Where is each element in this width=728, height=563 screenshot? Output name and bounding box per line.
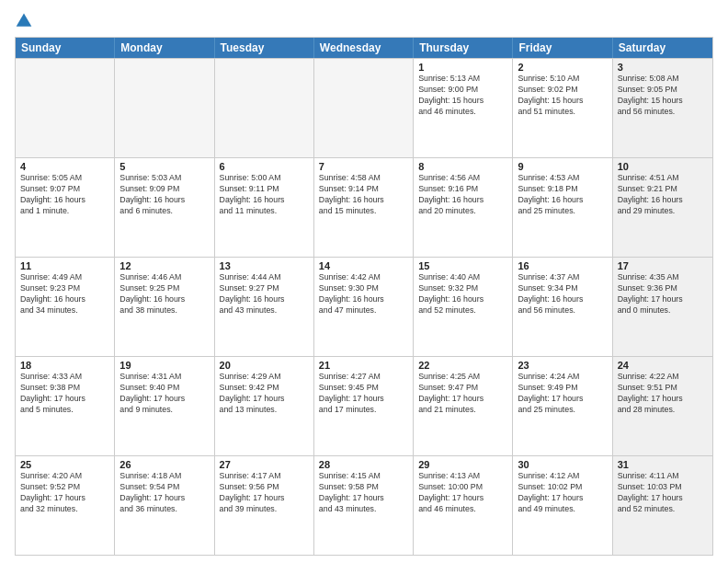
day-number: 15 <box>418 260 507 271</box>
cal-cell-1-3: 7Sunrise: 4:58 AM Sunset: 9:14 PM Daylig… <box>314 158 414 257</box>
cell-detail: Sunrise: 5:13 AM Sunset: 9:00 PM Dayligh… <box>418 74 507 118</box>
cal-cell-0-5: 2Sunrise: 5:10 AM Sunset: 9:02 PM Daylig… <box>513 59 612 157</box>
day-number: 16 <box>518 260 607 271</box>
day-number: 1 <box>418 62 507 73</box>
cal-cell-2-0: 11Sunrise: 4:49 AM Sunset: 9:23 PM Dayli… <box>16 258 115 356</box>
cal-cell-1-0: 4Sunrise: 5:05 AM Sunset: 9:07 PM Daylig… <box>16 158 115 257</box>
cal-cell-2-5: 16Sunrise: 4:37 AM Sunset: 9:34 PM Dayli… <box>513 258 612 356</box>
header-cell-monday: Monday <box>115 38 214 58</box>
cal-cell-4-6: 31Sunrise: 4:11 AM Sunset: 10:03 PM Dayl… <box>613 456 712 555</box>
day-number: 13 <box>220 260 309 271</box>
cell-detail: Sunrise: 4:13 AM Sunset: 10:00 PM Daylig… <box>418 471 507 515</box>
cell-detail: Sunrise: 4:11 AM Sunset: 10:03 PM Daylig… <box>618 471 708 515</box>
calendar: SundayMondayTuesdayWednesdayThursdayFrid… <box>15 37 713 556</box>
day-number: 21 <box>319 360 408 371</box>
day-number: 23 <box>518 360 607 371</box>
cell-detail: Sunrise: 4:46 AM Sunset: 9:25 PM Dayligh… <box>119 272 209 316</box>
cell-detail: Sunrise: 5:05 AM Sunset: 9:07 PM Dayligh… <box>20 173 109 217</box>
header <box>15 11 713 29</box>
cal-cell-0-1 <box>115 59 214 157</box>
cal-cell-0-0 <box>16 59 115 157</box>
day-number: 8 <box>418 161 507 172</box>
header-cell-thursday: Thursday <box>414 38 513 58</box>
cell-detail: Sunrise: 4:44 AM Sunset: 9:27 PM Dayligh… <box>220 272 309 316</box>
cell-detail: Sunrise: 4:25 AM Sunset: 9:47 PM Dayligh… <box>418 372 507 416</box>
day-number: 11 <box>20 260 109 271</box>
cal-cell-1-2: 6Sunrise: 5:00 AM Sunset: 9:11 PM Daylig… <box>215 158 314 257</box>
cell-detail: Sunrise: 4:51 AM Sunset: 9:21 PM Dayligh… <box>618 173 708 217</box>
day-number: 26 <box>119 459 209 470</box>
cal-cell-0-4: 1Sunrise: 5:13 AM Sunset: 9:00 PM Daylig… <box>414 59 513 157</box>
cal-cell-4-5: 30Sunrise: 4:12 AM Sunset: 10:02 PM Dayl… <box>513 456 612 555</box>
day-number: 27 <box>220 459 309 470</box>
cal-cell-4-1: 26Sunrise: 4:18 AM Sunset: 9:54 PM Dayli… <box>115 456 214 555</box>
cell-detail: Sunrise: 4:17 AM Sunset: 9:56 PM Dayligh… <box>220 471 309 515</box>
cal-cell-1-1: 5Sunrise: 5:03 AM Sunset: 9:09 PM Daylig… <box>115 158 214 257</box>
cell-detail: Sunrise: 4:33 AM Sunset: 9:38 PM Dayligh… <box>20 372 109 416</box>
cell-detail: Sunrise: 5:10 AM Sunset: 9:02 PM Dayligh… <box>518 74 607 118</box>
day-number: 24 <box>618 360 708 371</box>
cell-detail: Sunrise: 4:31 AM Sunset: 9:40 PM Dayligh… <box>119 372 209 416</box>
day-number: 29 <box>418 459 507 470</box>
cell-detail: Sunrise: 4:56 AM Sunset: 9:16 PM Dayligh… <box>418 173 507 217</box>
day-number: 4 <box>20 161 109 172</box>
header-cell-saturday: Saturday <box>613 38 712 58</box>
day-number: 12 <box>119 260 209 271</box>
calendar-row-0: 1Sunrise: 5:13 AM Sunset: 9:00 PM Daylig… <box>16 58 712 157</box>
cal-cell-3-0: 18Sunrise: 4:33 AM Sunset: 9:38 PM Dayli… <box>16 357 115 455</box>
cell-detail: Sunrise: 4:58 AM Sunset: 9:14 PM Dayligh… <box>319 173 408 217</box>
cal-cell-3-1: 19Sunrise: 4:31 AM Sunset: 9:40 PM Dayli… <box>115 357 214 455</box>
cell-detail: Sunrise: 4:20 AM Sunset: 9:52 PM Dayligh… <box>20 471 109 515</box>
svg-marker-0 <box>17 14 32 27</box>
cal-cell-2-4: 15Sunrise: 4:40 AM Sunset: 9:32 PM Dayli… <box>414 258 513 356</box>
calendar-row-4: 25Sunrise: 4:20 AM Sunset: 9:52 PM Dayli… <box>16 455 712 555</box>
day-number: 25 <box>20 459 109 470</box>
cell-detail: Sunrise: 4:27 AM Sunset: 9:45 PM Dayligh… <box>319 372 408 416</box>
day-number: 19 <box>119 360 209 371</box>
cell-detail: Sunrise: 4:40 AM Sunset: 9:32 PM Dayligh… <box>418 272 507 316</box>
cell-detail: Sunrise: 4:29 AM Sunset: 9:42 PM Dayligh… <box>220 372 309 416</box>
cal-cell-2-2: 13Sunrise: 4:44 AM Sunset: 9:27 PM Dayli… <box>215 258 314 356</box>
cal-cell-3-5: 23Sunrise: 4:24 AM Sunset: 9:49 PM Dayli… <box>513 357 612 455</box>
calendar-header: SundayMondayTuesdayWednesdayThursdayFrid… <box>16 38 712 58</box>
cell-detail: Sunrise: 4:22 AM Sunset: 9:51 PM Dayligh… <box>618 372 708 416</box>
cal-cell-1-5: 9Sunrise: 4:53 AM Sunset: 9:18 PM Daylig… <box>513 158 612 257</box>
day-number: 3 <box>618 62 708 73</box>
cal-cell-2-1: 12Sunrise: 4:46 AM Sunset: 9:25 PM Dayli… <box>115 258 214 356</box>
cell-detail: Sunrise: 4:24 AM Sunset: 9:49 PM Dayligh… <box>518 372 607 416</box>
cal-cell-2-6: 17Sunrise: 4:35 AM Sunset: 9:36 PM Dayli… <box>613 258 712 356</box>
calendar-body: 1Sunrise: 5:13 AM Sunset: 9:00 PM Daylig… <box>16 58 712 555</box>
cal-cell-1-6: 10Sunrise: 4:51 AM Sunset: 9:21 PM Dayli… <box>613 158 712 257</box>
calendar-row-1: 4Sunrise: 5:05 AM Sunset: 9:07 PM Daylig… <box>16 157 712 257</box>
cell-detail: Sunrise: 5:00 AM Sunset: 9:11 PM Dayligh… <box>220 173 309 217</box>
header-cell-tuesday: Tuesday <box>215 38 314 58</box>
day-number: 7 <box>319 161 408 172</box>
day-number: 28 <box>319 459 408 470</box>
cal-cell-3-3: 21Sunrise: 4:27 AM Sunset: 9:45 PM Dayli… <box>314 357 414 455</box>
header-cell-wednesday: Wednesday <box>314 38 414 58</box>
day-number: 30 <box>518 459 607 470</box>
cal-cell-0-3 <box>314 59 414 157</box>
cell-detail: Sunrise: 4:53 AM Sunset: 9:18 PM Dayligh… <box>518 173 607 217</box>
cal-cell-4-0: 25Sunrise: 4:20 AM Sunset: 9:52 PM Dayli… <box>16 456 115 555</box>
cell-detail: Sunrise: 5:03 AM Sunset: 9:09 PM Dayligh… <box>119 173 209 217</box>
cell-detail: Sunrise: 4:12 AM Sunset: 10:02 PM Daylig… <box>518 471 607 515</box>
day-number: 18 <box>20 360 109 371</box>
cal-cell-0-2 <box>215 59 314 157</box>
cal-cell-0-6: 3Sunrise: 5:08 AM Sunset: 9:05 PM Daylig… <box>613 59 712 157</box>
calendar-row-2: 11Sunrise: 4:49 AM Sunset: 9:23 PM Dayli… <box>16 257 712 356</box>
day-number: 10 <box>618 161 708 172</box>
cell-detail: Sunrise: 4:15 AM Sunset: 9:58 PM Dayligh… <box>319 471 408 515</box>
day-number: 17 <box>618 260 708 271</box>
cell-detail: Sunrise: 5:08 AM Sunset: 9:05 PM Dayligh… <box>618 74 708 118</box>
cell-detail: Sunrise: 4:42 AM Sunset: 9:30 PM Dayligh… <box>319 272 408 316</box>
day-number: 6 <box>220 161 309 172</box>
day-number: 31 <box>618 459 708 470</box>
cal-cell-4-4: 29Sunrise: 4:13 AM Sunset: 10:00 PM Dayl… <box>414 456 513 555</box>
page: SundayMondayTuesdayWednesdayThursdayFrid… <box>0 0 728 563</box>
day-number: 14 <box>319 260 408 271</box>
cal-cell-2-3: 14Sunrise: 4:42 AM Sunset: 9:30 PM Dayli… <box>314 258 414 356</box>
cal-cell-3-6: 24Sunrise: 4:22 AM Sunset: 9:51 PM Dayli… <box>613 357 712 455</box>
cal-cell-1-4: 8Sunrise: 4:56 AM Sunset: 9:16 PM Daylig… <box>414 158 513 257</box>
cal-cell-4-2: 27Sunrise: 4:17 AM Sunset: 9:56 PM Dayli… <box>215 456 314 555</box>
